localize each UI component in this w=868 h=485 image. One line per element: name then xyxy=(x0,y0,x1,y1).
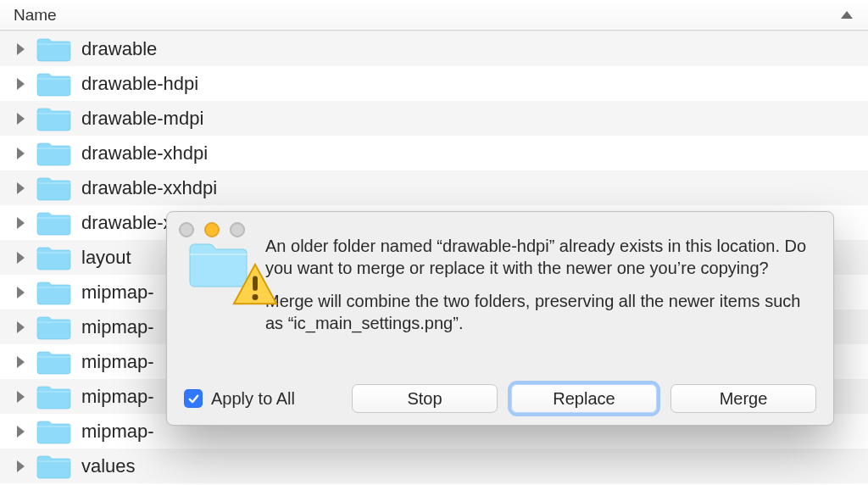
column-header[interactable]: Name xyxy=(0,0,868,31)
folder-icon xyxy=(36,141,71,166)
apply-to-all-label: Apply to All xyxy=(211,389,295,409)
folder-name-label: values xyxy=(81,455,136,477)
stop-button-label: Stop xyxy=(407,389,442,409)
warning-badge-icon xyxy=(225,261,286,310)
folder-row[interactable]: drawable-xhdpi xyxy=(0,136,868,170)
disclosure-triangle-icon[interactable] xyxy=(12,148,29,159)
folder-name-label: layout xyxy=(81,247,131,269)
dialog-message-secondary: Merge will combine the two folders, pres… xyxy=(265,291,813,334)
folder-name-label: drawable-xhdpi xyxy=(81,142,208,164)
stop-button[interactable]: Stop xyxy=(352,384,498,413)
disclosure-triangle-icon[interactable] xyxy=(12,460,29,472)
disclosure-triangle-icon[interactable] xyxy=(12,426,29,438)
apply-to-all-checkbox[interactable]: Apply to All xyxy=(184,389,295,409)
disclosure-triangle-icon[interactable] xyxy=(12,252,29,264)
disclosure-triangle-icon[interactable] xyxy=(12,43,29,55)
folder-name-label: mipmap- xyxy=(81,421,154,443)
column-header-label: Name xyxy=(14,6,839,25)
disclosure-triangle-icon[interactable] xyxy=(12,217,29,229)
folder-icon xyxy=(36,419,71,444)
folder-icon xyxy=(36,280,71,305)
folder-name-label: mipmap- xyxy=(81,282,154,304)
folder-name-label: drawable-mdpi xyxy=(81,108,203,130)
folder-name-label: drawable xyxy=(81,38,157,60)
folder-icon xyxy=(36,349,71,375)
folder-name-label: mipmap- xyxy=(81,316,154,338)
sort-ascending-icon xyxy=(839,8,854,23)
folder-name-label: mipmap- xyxy=(81,386,154,408)
folder-icon xyxy=(36,176,71,201)
checkbox-checked-icon xyxy=(184,389,203,408)
disclosure-triangle-icon[interactable] xyxy=(12,113,29,125)
dialog-message: An older folder named “drawable-hdpi” al… xyxy=(252,236,813,346)
disclosure-triangle-icon[interactable] xyxy=(12,391,29,403)
merge-button-label: Merge xyxy=(720,389,768,409)
folder-name-label: drawable-hdpi xyxy=(81,73,198,95)
folder-row[interactable]: values xyxy=(0,449,868,483)
disclosure-triangle-icon[interactable] xyxy=(12,287,29,298)
folder-icon xyxy=(36,245,71,270)
disclosure-triangle-icon[interactable] xyxy=(12,78,29,90)
folder-name-label: drawable-xxhdpi xyxy=(81,177,217,199)
folder-row[interactable]: drawable xyxy=(0,31,868,66)
folder-row[interactable]: drawable-mdpi xyxy=(0,101,868,136)
folder-icon xyxy=(36,106,71,131)
replace-button-label: Replace xyxy=(553,389,615,409)
folder-row[interactable]: drawable-hdpi xyxy=(0,66,868,101)
folder-icon xyxy=(36,315,71,340)
folder-icon xyxy=(36,454,71,479)
replace-button[interactable]: Replace xyxy=(511,384,657,413)
disclosure-triangle-icon[interactable] xyxy=(12,182,29,194)
dialog-folder-icon xyxy=(187,236,252,346)
folder-icon xyxy=(36,71,71,97)
merge-button[interactable]: Merge xyxy=(670,384,816,413)
dialog-message-primary: An older folder named “drawable-hdpi” al… xyxy=(265,236,813,279)
folder-icon xyxy=(36,36,71,62)
merge-replace-dialog: An older folder named “drawable-hdpi” al… xyxy=(166,211,834,426)
folder-icon xyxy=(36,210,71,236)
folder-row[interactable]: drawable-xxhdpi xyxy=(0,170,868,205)
disclosure-triangle-icon[interactable] xyxy=(12,321,29,333)
folder-icon xyxy=(36,384,71,410)
disclosure-triangle-icon[interactable] xyxy=(12,356,29,368)
folder-name-label: mipmap- xyxy=(81,351,154,373)
